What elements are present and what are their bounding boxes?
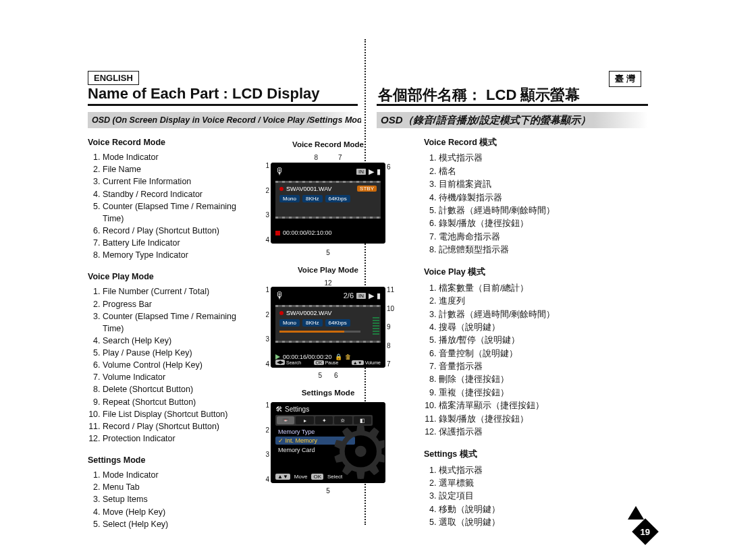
callout-number: 5: [326, 249, 330, 256]
help-label: Pause: [325, 360, 339, 365]
callout-row: 5: [256, 249, 400, 256]
lcd-caption: Settings Mode: [256, 389, 400, 397]
list-item: Memory Type Indicator: [103, 249, 253, 261]
lcd-caption: Voice Play Mode: [256, 266, 400, 274]
list-item: Move (Help Key): [103, 506, 253, 518]
callout-number: 5: [326, 487, 330, 495]
callout-number: 2: [260, 427, 269, 434]
title-rule: [377, 104, 648, 106]
callout-col: 1110987: [385, 287, 396, 368]
list-item: 選取（說明鍵）: [439, 516, 593, 529]
progress-bar: [279, 331, 344, 333]
menu-option: Memory Card: [275, 446, 355, 454]
page-title-en: Name of Each Part : LCD Display: [88, 85, 320, 103]
page-number-badge: 19: [632, 518, 659, 545]
callout-number: 3: [260, 336, 269, 343]
list-item: 重複（捷徑按鈕）: [439, 387, 593, 399]
menu-tabs: 📼▸✦⛭◧: [275, 415, 373, 426]
file-count: 2/6: [344, 291, 354, 300]
stby-indicator: STBY: [357, 186, 377, 192]
counter-text: 00:00:00/02:10:00: [283, 229, 332, 236]
subtitle-zh: OSD（錄音/語音播放/設定模式下的螢幕顯示）: [377, 112, 648, 128]
info-chip: 64Kbps: [325, 195, 350, 202]
callout-number: 10: [387, 306, 396, 312]
section-head: Voice Record Mode: [88, 136, 253, 148]
list-item: Select (Help Key): [103, 518, 253, 530]
list-item: File Name: [103, 163, 253, 175]
callout-number: 11: [387, 287, 396, 293]
record-dot-icon: [279, 187, 284, 191]
callout-col: [385, 402, 396, 483]
callout-number: 2: [260, 188, 269, 194]
chinese-column: Voice Record 模式 模式指示器檔名目前檔案資訊待機/錄製指示器計數器…: [424, 134, 593, 539]
list-item: Setup Items: [103, 493, 253, 505]
callout-number: 8: [314, 154, 318, 161]
lcd-stack: Voice Record Mode 8 7 1234 🎙 IN ▶ ▮ STBY: [256, 140, 400, 495]
help-bar: ◀▶Search OKPause ▲▼Volume: [275, 360, 381, 365]
list-item: Mode Indicator: [103, 151, 253, 163]
menu-option: ✓ Int. Memory: [275, 437, 355, 445]
info-chip: 64Kbps: [325, 319, 350, 327]
caution-icon: [628, 506, 644, 520]
list-item: Play / Pause (Help Key): [103, 347, 253, 359]
list-item: Counter (Elapsed Time / Remaining Time): [103, 310, 253, 335]
info-chip: 8KHz: [302, 319, 323, 327]
list-settings-en: Mode IndicatorMenu TabSetup ItemsMove (H…: [88, 469, 253, 530]
volume-indicator: [373, 317, 379, 335]
list-voice-play-en: File Number (Current / Total)Progress Ba…: [88, 285, 253, 445]
subtitle-en: OSD (On Screen Display in Voice Record /…: [88, 112, 361, 128]
section-head: Voice Play 模式: [424, 266, 593, 279]
callout-col: 1234: [260, 287, 271, 368]
play-icon: ▶: [369, 167, 374, 176]
list-item: Current File Information: [103, 175, 253, 188]
stop-icon: [275, 231, 280, 235]
list-item: 音量指示器: [439, 360, 593, 373]
list-item: 模式指示器: [439, 464, 593, 477]
battery-icon: ▮: [377, 167, 381, 176]
section-head: Voice Play Mode: [88, 271, 253, 283]
list-item: 移動（說明鍵）: [439, 503, 593, 516]
callout-number: 6: [387, 164, 396, 171]
callout-number: 3: [260, 451, 269, 458]
callout-number: 8: [387, 343, 396, 349]
memory-indicator: IN: [356, 169, 366, 175]
list-item: Volume Control (Help Key): [103, 359, 253, 371]
list-voice-record-en: Mode IndicatorFile NameCurrent File Info…: [88, 151, 253, 261]
file-name-text: SWAV0002.WAV: [286, 310, 332, 316]
mic-icon: 🎙: [275, 166, 285, 177]
lcd-settings: ⚙ 🛠 Settings 📼▸✦⛭◧ Memory Type ✓ Int. Me…: [271, 402, 385, 483]
list-item: 設定項目: [439, 490, 593, 503]
list-item: Protection Indicator: [103, 432, 253, 445]
list-item: 記憶體類型指示器: [439, 244, 593, 256]
play-icon: [275, 354, 280, 360]
list-item: 音量控制（說明鍵）: [439, 347, 593, 360]
file-info-chips: Mono8KHz64Kbps: [279, 195, 377, 202]
help-bar: ▲▼Move OKSelect: [275, 474, 342, 480]
list-item: 電池壽命指示器: [439, 231, 593, 244]
list-item: 錄製/播放（捷徑按鈕）: [439, 413, 593, 426]
list-voice-play-zh: 檔案數量（目前/總計）進度列計數器（經過時間/剩餘時間）搜尋（說明鍵）播放/暫停…: [424, 282, 593, 439]
manual-page: ENGLISH 臺 灣 Name of Each Part : LCD Disp…: [0, 0, 729, 560]
page-title-zh: 各個部件名稱： LCD 顯示螢幕: [378, 85, 580, 105]
help-label: Search: [286, 360, 301, 365]
list-item: 選單標籤: [439, 477, 593, 490]
callout-number: 4: [260, 361, 269, 368]
callout-number: 7: [387, 361, 396, 368]
callout-number: 3: [260, 212, 269, 219]
list-item: 檔案清單顯示（捷徑按鈕）: [439, 399, 593, 412]
callout-number: 12: [324, 279, 331, 287]
list-item: Record / Play (Shortcut Button): [103, 225, 253, 237]
settings-title: Settings: [285, 405, 309, 413]
list-item: Standby / Record Indicator: [103, 188, 253, 200]
section-head: Settings 模式: [424, 448, 593, 461]
list-item: 檔名: [439, 165, 593, 178]
list-item: 播放/暫停（說明鍵）: [439, 334, 593, 347]
list-item: 目前檔案資訊: [439, 178, 593, 191]
callout-col: 1234: [260, 402, 271, 483]
list-item: 刪除（捷徑按鈕）: [439, 373, 593, 386]
callout-number: 2: [260, 312, 269, 318]
list-settings-zh: 模式指示器選單標籤設定項目移動（說明鍵）選取（說明鍵）: [424, 464, 593, 530]
menu-title: Memory Type: [275, 428, 381, 435]
play-icon: ▶: [369, 291, 374, 300]
list-item: 計數器（經過時間/剩餘時間）: [439, 308, 593, 321]
